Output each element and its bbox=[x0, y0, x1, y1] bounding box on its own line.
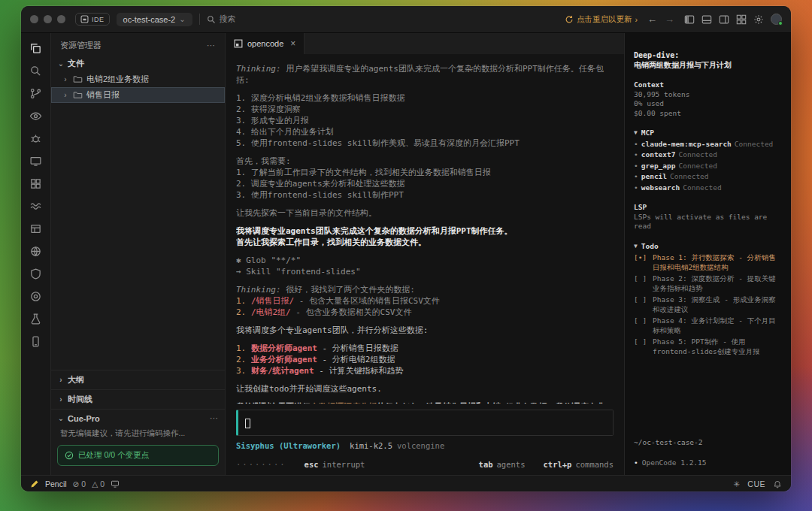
mcp-label: MCP bbox=[641, 129, 654, 138]
editor-area: opencode × Thinking: 用户希望我调度专业的agents团队来… bbox=[226, 33, 624, 475]
chevron-right-icon: › bbox=[635, 15, 638, 24]
pencil-icon bbox=[30, 479, 39, 488]
panel-footer: ~/oc-test-case-2 • OpenCode 1.2.15 bbox=[634, 438, 782, 467]
prompt-input[interactable] bbox=[236, 410, 614, 436]
shield-icon[interactable] bbox=[23, 264, 49, 283]
target-icon[interactable] bbox=[23, 286, 49, 306]
zoom-button[interactable] bbox=[57, 15, 65, 23]
cuepro-section[interactable]: ⌄ Cue-Pro ⋯ bbox=[51, 409, 225, 427]
section-collapse-icon: ▼ bbox=[634, 242, 638, 252]
explorer-icon[interactable] bbox=[23, 38, 49, 58]
todo-section: ▼ Todo [•]Phase 1: 并行数据探索 - 分析销售日报和电销2组数… bbox=[634, 242, 782, 357]
todo-header[interactable]: ▼ Todo bbox=[634, 242, 782, 252]
cue-label[interactable]: CUE bbox=[747, 479, 765, 488]
cuepro-label: Cue-Pro bbox=[68, 414, 100, 423]
todo-marker: [ ] bbox=[634, 295, 649, 314]
errors-indicator[interactable]: ⊘ 0 bbox=[73, 479, 86, 488]
files-section-header[interactable]: ⌄ 文件 bbox=[51, 56, 225, 71]
spark-icon: ✳ bbox=[734, 479, 741, 488]
folder-item-telesales[interactable]: › 电销2组业务数据 bbox=[51, 71, 225, 87]
toggle-sidebar-icon[interactable] bbox=[684, 14, 695, 25]
mcp-status: Connected bbox=[670, 172, 708, 182]
todo-item-phase5: [ ]Phase 5: PPT制作 - 使用frontend-slides创建专… bbox=[634, 337, 782, 356]
bell-icon[interactable] bbox=[773, 479, 782, 488]
kanban-icon[interactable] bbox=[23, 219, 49, 238]
errors-count: 0 bbox=[81, 479, 86, 488]
todo-marker: [ ] bbox=[634, 316, 649, 335]
bullet-icon: • bbox=[634, 140, 638, 150]
bullet-icon: • bbox=[634, 162, 638, 171]
customize-layout-icon[interactable] bbox=[736, 14, 747, 25]
mcp-header[interactable]: ▼ MCP bbox=[634, 129, 782, 138]
close-button[interactable] bbox=[30, 15, 38, 23]
remote-monitor-icon[interactable] bbox=[23, 151, 49, 171]
terminal-line: 3. 形成专业的月报 bbox=[236, 115, 614, 126]
more-actions-icon[interactable]: ⋯ bbox=[207, 41, 216, 50]
titlebar-search[interactable]: 搜索 bbox=[207, 14, 236, 25]
forward-button[interactable]: → bbox=[665, 14, 674, 25]
opencode-icon bbox=[234, 39, 243, 48]
flask-icon[interactable] bbox=[23, 309, 49, 328]
tab-opencode[interactable]: opencode × bbox=[226, 33, 304, 54]
terminal-line: 2. 调度专业的agents来分析和处理这些数据 bbox=[236, 178, 614, 189]
more-actions-icon[interactable]: ⋯ bbox=[210, 413, 219, 423]
globe-icon[interactable] bbox=[23, 241, 49, 261]
todo-text: Phase 3: 洞察生成 - 形成业务洞察和改进建议 bbox=[653, 295, 782, 314]
settings-gear-icon[interactable] bbox=[753, 14, 764, 25]
terminal-line: 我将调度多个专业agents团队，并行分析这些数据: bbox=[236, 325, 614, 336]
wave-icon[interactable] bbox=[23, 196, 49, 216]
ide-label: IDE bbox=[92, 16, 105, 23]
mcp-name: claude-mem:mcp-search bbox=[641, 140, 732, 150]
restart-update-button[interactable]: 点击重启以更新 › bbox=[565, 14, 638, 25]
chevron-down-icon: ⌄ bbox=[57, 59, 65, 68]
session-info-panel: Deep-dive: 电销两组数据月报与下月计划 Context 30,995 … bbox=[624, 33, 791, 475]
folder-name: 销售日报 bbox=[86, 89, 120, 101]
agent-status-line: Sisyphus (Ultraworker) kimi-k2.5 volceng… bbox=[236, 441, 614, 450]
search-sidebar-icon[interactable] bbox=[23, 61, 49, 80]
search-label: 搜索 bbox=[220, 14, 236, 25]
mcp-name: grep_app bbox=[641, 162, 676, 171]
ports-monitor-icon[interactable] bbox=[111, 479, 120, 488]
toggle-panel-icon[interactable] bbox=[701, 14, 712, 25]
terminal-line: 首先让我探索工作目录，找到相关的业务数据文件。 bbox=[236, 237, 614, 248]
source-control-icon[interactable] bbox=[23, 83, 49, 103]
refresh-icon bbox=[565, 15, 574, 24]
account-avatar[interactable] bbox=[771, 14, 782, 25]
terminal-line: 2. 业务分析师agent - 分析电销2组数据 bbox=[236, 354, 614, 365]
todo-text: Phase 1: 并行数据探索 - 分析销售日报和电销2组数据结构 bbox=[653, 253, 782, 272]
mcp-item: •grep_appConnected bbox=[634, 162, 782, 171]
extensions-icon[interactable] bbox=[23, 174, 49, 193]
terminal-line: 让我先探索一下当前目录的文件结构。 bbox=[236, 207, 614, 219]
mcp-name: pencil bbox=[641, 172, 667, 182]
mcp-item: •websearchConnected bbox=[634, 183, 782, 193]
online-status-dot bbox=[778, 21, 783, 26]
error-icon: ⊘ bbox=[73, 479, 80, 488]
terminal-line: ✱ Glob "**/*" bbox=[236, 255, 614, 266]
chevron-right-icon: › bbox=[62, 75, 69, 83]
mobile-device-icon[interactable] bbox=[23, 331, 49, 351]
sidebar-spacer bbox=[51, 103, 225, 370]
chevron-right-icon: › bbox=[57, 376, 65, 384]
terminal-line: 1. 了解当前工作目录下的文件结构，找到相关的业务数据和销售日报 bbox=[236, 167, 614, 178]
folder-item-sales-daily[interactable]: › 销售日报 bbox=[51, 87, 225, 103]
mcp-section: ▼ MCP •claude-mem:mcp-searchConnected •c… bbox=[634, 129, 782, 192]
lsp-label: LSP bbox=[634, 203, 647, 213]
toggle-secondary-sidebar-icon[interactable] bbox=[719, 14, 729, 25]
pencil-label[interactable]: Pencil bbox=[45, 479, 67, 488]
mcp-name: websearch bbox=[641, 183, 680, 193]
back-button[interactable]: ← bbox=[647, 14, 657, 25]
terminal-output[interactable]: Thinking: 用户希望我调度专业的agents团队来完成一个复杂的数据分析… bbox=[236, 63, 614, 404]
warnings-indicator[interactable]: △ 0 bbox=[92, 479, 105, 488]
project-selector[interactable]: oc-test-case-2 ⌄ bbox=[117, 13, 192, 26]
outline-section[interactable]: › 大纲 bbox=[51, 370, 225, 389]
todo-item-phase3: [ ]Phase 3: 洞察生成 - 形成业务洞察和改进建议 bbox=[634, 295, 782, 314]
esc-action: interrupt bbox=[323, 460, 365, 469]
model-name[interactable]: kimi-k2.5 bbox=[350, 441, 392, 450]
timeline-section[interactable]: › 时间线 bbox=[51, 389, 225, 409]
eye-icon[interactable] bbox=[23, 106, 49, 125]
close-tab-icon[interactable]: × bbox=[290, 38, 295, 49]
warnings-count: 0 bbox=[100, 479, 105, 488]
minimize-button[interactable] bbox=[44, 15, 52, 23]
debug-icon[interactable] bbox=[23, 129, 49, 148]
agent-name[interactable]: Sisyphus (Ultraworker) bbox=[236, 441, 341, 450]
